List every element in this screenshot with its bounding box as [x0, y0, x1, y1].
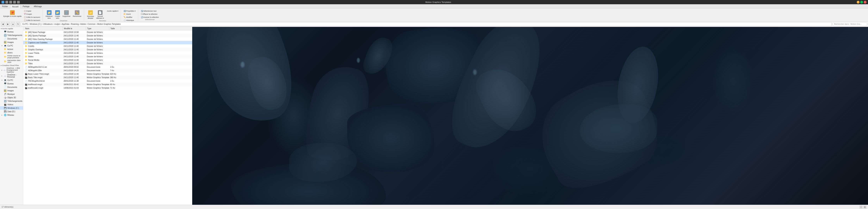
nav-item-windows-c[interactable]: 💾 Windows (C:): [0, 106, 23, 110]
invert-selection-button[interactable]: 🔄 Inverser la sélection: [140, 16, 160, 19]
lecture-icon: 📁: [4, 48, 7, 50]
col-header-name[interactable]: Nom: [24, 27, 63, 30]
file-icon: 📁: [25, 41, 28, 44]
nav-item-cepc[interactable]: ▾ 💻 Ce PC: [0, 78, 23, 82]
paste-button[interactable]: 📋 Coller le raccourci: [23, 19, 41, 21]
file-row[interactable]: 🎬Basic Title.mogrt24/11/2020 11:40Motion…: [23, 76, 192, 79]
cut-button[interactable]: ✂️ Couper: [23, 13, 41, 15]
file-cell-date: 24/11/2020 15:58: [63, 31, 86, 33]
history-button[interactable]: 🕐 Historique: [123, 19, 136, 21]
tab-fichier[interactable]: Fichier: [0, 4, 10, 8]
history-icon: 🕐: [124, 19, 126, 21]
nav-item-musique[interactable]: 🎵 Musique: [0, 92, 23, 96]
col-header-size[interactable]: Taille: [109, 27, 121, 30]
expand-personal: ▸: [2, 75, 3, 77]
file-row[interactable]: 📁Graphic Overlays24/11/2020 11:40Dossier…: [23, 48, 192, 51]
paste-shortcut-button[interactable]: 📋 Coller le raccourci: [23, 16, 41, 19]
nav-item-divers[interactable]: 📁 divers: [0, 51, 23, 55]
refresh-button[interactable]: ↻: [16, 22, 20, 26]
pin-button[interactable]: 📌 Epingler à Accès rapide: [2, 10, 23, 18]
nav-item-data-d[interactable]: 💾 Data (D:): [0, 110, 23, 113]
file-cell-name: 🎬testResult2.mogrt: [24, 86, 63, 89]
minimize-button[interactable]: ─: [857, 1, 860, 3]
nav-item-images2[interactable]: 🖼️ Images: [0, 89, 23, 92]
easy-access-button[interactable]: Accès rapide ▾: [106, 10, 119, 12]
images-icon: 🖼️: [4, 41, 7, 43]
nav-item-reseau[interactable]: ▸ 🌐 Réseau: [0, 113, 23, 117]
file-row[interactable]: 📁Credits24/11/2020 11:40Dossier de fichi…: [23, 44, 192, 48]
file-row[interactable]: 📁Slides24/11/2020 11:40Dossier de fichie…: [23, 55, 192, 58]
file-row[interactable]: 📁Captions and Subtitles24/11/2020 11:40D…: [23, 41, 192, 44]
file-row[interactable]: 📁[AE] Video Gaming Package24/11/2020 11:…: [23, 37, 192, 41]
file-name: Slides: [28, 56, 33, 58]
file-cell-name: 🎬testResult.mogrt: [24, 83, 63, 86]
select-all-button[interactable]: ☑️ Sélectionner tout: [140, 10, 160, 12]
nav-item-source[interactable]: 📁 Fichier source et projet premiere: [0, 55, 23, 59]
file-cell-date: 24/11/2020 11:40: [63, 76, 86, 78]
file-row[interactable]: 📁Lower Thirds24/11/2020 11:40Dossier de …: [23, 51, 192, 55]
main-content: ▾ Accès rapide 🖥️ Bureau ⬇️ Téléchargeme…: [0, 27, 868, 205]
close-button[interactable]: ✕: [864, 1, 866, 3]
new-folder-button[interactable]: 📁 Nouveaudossier: [86, 10, 95, 20]
clear-selection-button[interactable]: ☐ Effacer la sélection: [140, 13, 160, 15]
window-controls[interactable]: ─ □ ✕: [857, 1, 866, 3]
rename-button[interactable]: ✏️ Renommer: [72, 10, 83, 18]
select-buttons: ☑️ Sélectionner tout ☐ Effacer la sélect…: [140, 10, 160, 19]
file-cell-name: 📁Lower Thirds: [24, 52, 63, 55]
nav-item-onedrive-personal[interactable]: ▸ ☁️ OneDrive - Personal: [0, 73, 23, 78]
quick-access-header: ▾ Accès rapide: [0, 27, 23, 30]
nav-item-downloads2[interactable]: ⬇️ Téléchargements: [0, 99, 23, 103]
nav-item-documents2[interactable]: 📄 Documents: [0, 85, 23, 89]
open-button[interactable]: 📂 Ouvrir: [123, 13, 136, 15]
tab-affichage[interactable]: Affichage: [32, 4, 44, 8]
copy-to-button[interactable]: 📁 Copiervers: [54, 10, 61, 20]
nav-item-lecture[interactable]: 📁 lecture: [0, 47, 23, 51]
file-row[interactable]: 📁[AE] Sports Package24/11/2020 11:40Doss…: [23, 34, 192, 37]
file-row[interactable]: 🎬testResult.mogrt18/06/2021 05:42Motion …: [23, 83, 192, 86]
file-row[interactable]: 📄AEMogrithsVid 0-1.txt28/01/2020 09:02Do…: [23, 65, 192, 69]
expand-iem: ▸: [2, 69, 2, 71]
file-cell-date: 18/06/2021 05:42: [63, 83, 86, 85]
file-row[interactable]: 📁[AE] News Package24/11/2020 15:58Dossie…: [23, 30, 192, 34]
file-cell-date: 24/11/2020 11:40: [63, 38, 86, 40]
file-row[interactable]: 📄AEMogrith.EBtn24/11/2020 14:20Document …: [23, 69, 192, 72]
col-header-date[interactable]: Modifié le: [63, 27, 86, 30]
forward-button[interactable]: ▶: [6, 22, 10, 26]
address-path[interactable]: Ce PC › Windows (C:) › Utilisateurs › mu…: [21, 22, 832, 26]
back-button[interactable]: ◀: [1, 22, 5, 26]
maximize-button[interactable]: □: [860, 1, 863, 3]
copy-button[interactable]: 📋 Copier: [23, 10, 41, 12]
edit-button[interactable]: ✏️ Modifier: [123, 16, 136, 19]
delete-button[interactable]: 🗑️ Supprimer: [61, 10, 71, 18]
nav-item-objets3d[interactable]: 🎲 Objets 3D: [0, 96, 23, 99]
nav-item-documents[interactable]: 📄 Documents: [0, 37, 23, 40]
tab-partage[interactable]: Partage: [21, 4, 32, 8]
new-item-button[interactable]: 📄 Nouvelélément ▾: [95, 10, 105, 20]
details-view-icon[interactable]: ≡: [860, 206, 863, 209]
nav-item-downloads[interactable]: ⬇️ Téléchargements: [0, 33, 23, 37]
col-header-type[interactable]: Type: [86, 27, 109, 30]
file-row[interactable]: 🎬testResult2.mogrt14/06/2021 01:03Motion…: [23, 86, 192, 90]
nav-item-videos[interactable]: 🎬 Vidéos: [0, 103, 23, 106]
file-row[interactable]: 🎬Basic Lower Third.mogrt24/11/2020 11:40…: [23, 72, 192, 76]
tab-accueil[interactable]: Accueil: [10, 5, 21, 8]
large-icons-view-icon[interactable]: ⊞: [863, 206, 866, 209]
nav-item-bureau2[interactable]: 🖥️ Bureau: [0, 82, 23, 85]
nav-item-capc[interactable]: ▾ 💻 Ca PC: [0, 44, 23, 47]
nav-item-slam[interactable]: 📁 intervention slam 2020: [0, 59, 23, 64]
up-button[interactable]: ▲: [11, 22, 15, 26]
nav-item-images[interactable]: 🖼️ Images: [0, 40, 23, 44]
file-row[interactable]: 📄PACMogrithsVid.txt28/01/2020 11:38Docum…: [23, 79, 192, 83]
nav-item-bureau[interactable]: 🖥️ Bureau: [0, 30, 23, 33]
file-row[interactable]: 📁Titles24/11/2020 11:40Dossier de fichie…: [23, 62, 192, 65]
file-row[interactable]: 📁Social Media24/11/2020 11:40Dossier de …: [23, 58, 192, 62]
nav-item-onedrive-iem[interactable]: ▸ ☁️ OneDrive - L'IEM Enseignement Supér…: [0, 67, 23, 73]
column-headers: Nom Modifié le Type Taille: [23, 27, 192, 30]
file-pane: Nom Modifié le Type Taille 📁[AE] News Pa…: [23, 27, 192, 205]
right-panel: [192, 27, 868, 205]
properties-button[interactable]: ℹ️ Propriétés ▾: [123, 10, 136, 12]
open-icon: 📂: [124, 13, 126, 15]
move-button[interactable]: 📁 Déplacervers: [45, 10, 54, 20]
ribbon-group-open: ℹ️ Propriétés ▾ 📂 Ouvrir ✏️ Modifier 🕐 H…: [121, 9, 138, 21]
search-box[interactable]: Rechercher dans : Motion Gra...: [832, 22, 867, 26]
